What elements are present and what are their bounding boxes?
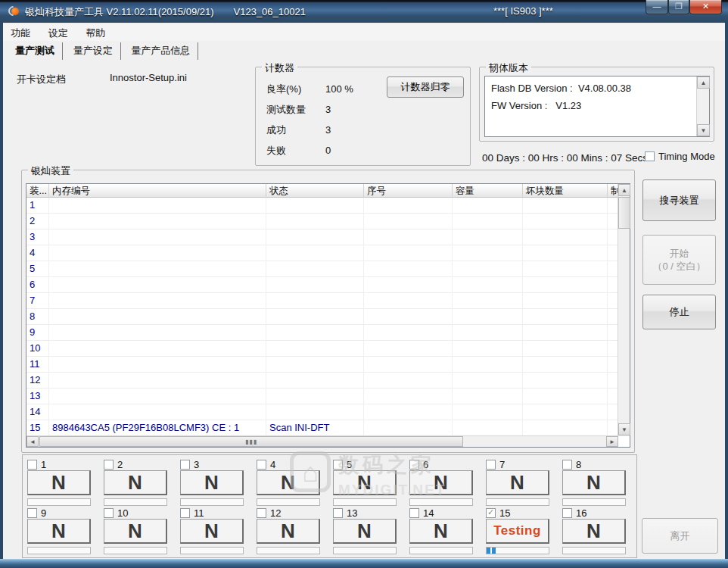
scroll-left-icon[interactable]: ◄ [26, 436, 39, 447]
hscroll-thumb[interactable]: ▮▮▮ [39, 436, 463, 447]
device-table: 装... 内存编号 状态 序号 容量 坏块数量 制 1 2 3 4 5 6 7 … [26, 183, 630, 448]
port-status-button[interactable]: N [180, 470, 244, 495]
stop-button[interactable]: 停止 [642, 295, 716, 329]
port-checkbox[interactable] [180, 460, 190, 470]
port-status-button[interactable]: N [27, 519, 91, 544]
port-checkbox[interactable] [409, 460, 419, 470]
scroll-up-icon[interactable]: ▲ [618, 184, 630, 196]
search-device-button[interactable]: 搜寻装置 [642, 179, 716, 221]
port-progressbar [333, 498, 397, 506]
table-hscrollbar[interactable]: ◄ ▮▮▮ ► [26, 435, 618, 447]
port-checkbox[interactable] [257, 460, 266, 470]
tested-value: 3 [325, 104, 331, 115]
port-status-button-testing[interactable]: Testing [486, 519, 549, 544]
col-memory-id[interactable]: 内存编号 [49, 184, 266, 198]
col-maker[interactable]: 制 [608, 184, 618, 198]
vscroll-thumb[interactable] [618, 197, 630, 229]
port-checkbox[interactable] [333, 460, 343, 470]
port-status-button[interactable]: N [562, 470, 626, 495]
app-icon [8, 5, 20, 17]
port-checkbox[interactable] [27, 508, 37, 518]
tab-product-info[interactable]: 量产产品信息 [123, 42, 198, 60]
port-cell-10: 10 N [104, 507, 176, 554]
port-checkbox[interactable] [27, 460, 37, 470]
port-status-button[interactable]: N [333, 519, 397, 544]
port-checkbox[interactable] [562, 508, 572, 518]
titlebar[interactable]: 银灿科技量产工具 V2.11.02.11(2015/09/21)V123_06_… [0, 0, 728, 23]
table-row[interactable]: 13 [26, 389, 630, 404]
port-status-button[interactable]: N [333, 470, 397, 495]
scroll-right-icon[interactable]: ► [606, 436, 618, 447]
exit-button[interactable]: 离开 [642, 518, 718, 554]
port-status-button[interactable]: N [104, 470, 167, 495]
tab-production-test[interactable]: 量产测试 [8, 42, 63, 60]
port-status-button[interactable]: N [486, 470, 549, 495]
col-device[interactable]: 装... [26, 184, 49, 198]
timing-mode-checkbox[interactable] [645, 151, 655, 161]
table-row[interactable]: 7 [26, 293, 630, 309]
menu-function[interactable]: 功能 [3, 24, 38, 42]
port-status-button[interactable]: N [180, 519, 244, 544]
port-checkbox[interactable] [486, 508, 496, 518]
port-status-button[interactable]: N [409, 470, 473, 495]
port-checkbox[interactable] [104, 508, 114, 518]
port-status-button[interactable]: N [409, 519, 473, 544]
menu-bar: 功能 设定 帮助 [3, 24, 725, 41]
port-progressbar [104, 547, 167, 554]
table-row[interactable]: 8 [26, 309, 630, 325]
port-checkbox[interactable] [409, 508, 419, 518]
maximize-button[interactable]: ❐ [668, 0, 689, 14]
table-row[interactable]: 12 [26, 373, 630, 389]
col-capacity[interactable]: 容量 [453, 184, 523, 198]
port-progressbar [333, 547, 397, 554]
table-row[interactable]: 2 [26, 214, 630, 229]
scroll-down-icon[interactable]: ▼ [618, 423, 630, 435]
port-checkbox[interactable] [180, 508, 190, 518]
table-row[interactable]: 10 [26, 341, 630, 357]
close-button[interactable]: ✕ [689, 0, 722, 14]
status-cell: Scan INI-DFT [266, 420, 364, 435]
table-row[interactable]: 3 [26, 229, 630, 245]
firmware-scrollbar[interactable]: ▲ ▼ [696, 76, 709, 136]
timing-mode[interactable]: Timing Mode [645, 151, 715, 162]
port-checkbox[interactable] [333, 508, 343, 518]
firmware-group: 韧体版本 Flash DB Version : V4.08.00.38 FW V… [479, 67, 714, 142]
table-row[interactable]: 14 [26, 404, 630, 420]
menu-help[interactable]: 帮助 [78, 24, 113, 42]
scroll-down-icon[interactable]: ▼ [697, 124, 710, 136]
col-bad-blocks[interactable]: 坏块数量 [523, 184, 608, 198]
minimize-button[interactable]: — [646, 0, 668, 14]
port-cell-2: 2 N [104, 459, 176, 506]
table-row[interactable]: 11 [26, 357, 630, 373]
table-row[interactable]: 9 [26, 325, 630, 341]
port-progressbar [409, 547, 473, 554]
table-row[interactable]: 6 [26, 277, 630, 293]
client-area: 功能 设定 帮助 量产测试 量产设定 量产产品信息 开卡设定档 Innostor… [3, 23, 725, 559]
table-row[interactable]: 4 [26, 245, 630, 261]
col-status[interactable]: 状态 [266, 184, 364, 198]
table-row[interactable]: 5 [26, 261, 630, 277]
window-bottom-border [0, 559, 728, 568]
port-status-button[interactable]: N [257, 519, 320, 544]
port-checkbox[interactable] [104, 460, 114, 470]
table-vscrollbar[interactable]: ▲ ▼ [618, 184, 630, 435]
table-row[interactable]: 1 [26, 198, 630, 214]
port-status-button[interactable]: N [257, 470, 320, 495]
port-checkbox[interactable] [486, 460, 496, 470]
start-button[interactable]: 开始 （0 / 空白） [642, 235, 716, 285]
success-row: 成功3 [266, 123, 331, 137]
port-progressbar [562, 547, 626, 554]
menu-settings[interactable]: 设定 [41, 24, 76, 42]
table-row-active[interactable]: 158984643CA5 (PF29F16B08LCMF3) CE : 1Sca… [26, 420, 630, 436]
window-title: 银灿科技量产工具 V2.11.02.11(2015/09/21)V123_06_… [25, 5, 306, 19]
port-checkbox[interactable] [562, 460, 572, 470]
tab-bar: 量产测试 量产设定 量产产品信息 [8, 42, 198, 59]
port-status-button[interactable]: N [27, 470, 91, 495]
port-status-button[interactable]: N [104, 519, 167, 544]
tab-production-settings[interactable]: 量产设定 [66, 42, 121, 60]
col-serial[interactable]: 序号 [364, 184, 453, 198]
counter-reset-button[interactable]: 计数器归零 [387, 76, 464, 98]
port-status-button[interactable]: N [562, 519, 626, 544]
scroll-up-icon[interactable]: ▲ [697, 76, 710, 89]
port-checkbox[interactable] [257, 508, 266, 518]
